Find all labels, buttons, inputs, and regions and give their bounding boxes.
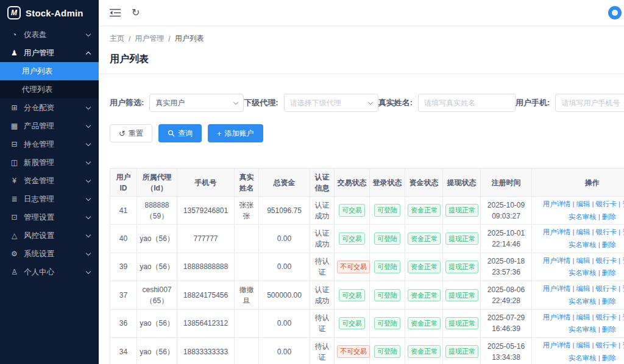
sidebar-item-product-management[interactable]: ▦产品管理 (0, 117, 99, 135)
action-user-detail[interactable]: 用户详情 (542, 313, 570, 321)
registration-time: 2025-05-1613:34:38 (481, 337, 532, 364)
sidebar-item-new-stock-management[interactable]: ◫新股管理 (0, 153, 99, 172)
phone-input[interactable] (555, 94, 624, 112)
funds-icon: ¥ (10, 177, 19, 185)
action-user-detail[interactable]: 用户详情 (542, 341, 570, 349)
sidebar-item-log-management[interactable]: ≣日志管理 (0, 190, 99, 208)
withdraw-status: 提现正常 (443, 253, 481, 281)
agent-filter-select[interactable]: 请选择下级代理 (284, 94, 378, 112)
reset-icon: ↺ (119, 130, 126, 138)
registration-time: 2025-10-0909:03:27 (481, 197, 532, 225)
sidebar-item-admin-settings[interactable]: ⊡管理设置 (0, 208, 99, 226)
phone-label: 用户手机: (516, 97, 550, 108)
row-actions: 用户详情|编辑|银行卡|资金|实名审核|删除 (532, 225, 624, 253)
action-delete[interactable]: 删除 (602, 241, 616, 248)
action-separator: | (598, 326, 600, 333)
action-real-name-review[interactable]: 实名审核 (569, 326, 597, 333)
action-user-detail[interactable]: 用户详情 (542, 228, 570, 236)
column-header: 所属代理（Id） (137, 169, 177, 197)
action-real-name-review[interactable]: 实名审核 (569, 269, 597, 276)
user-menu[interactable]: Mitrade (608, 6, 624, 19)
trade-status: 可交易 (335, 225, 370, 253)
profile-icon: ♙ (10, 268, 19, 276)
sidebar-subitem-agent-list[interactable]: 代理列表 (0, 80, 99, 99)
breadcrumb-item[interactable]: 用户管理 (135, 33, 164, 44)
action-separator: | (592, 285, 594, 292)
user-filter-select[interactable]: 真实用户 (149, 94, 244, 112)
action-edit[interactable]: 编辑 (576, 257, 590, 264)
action-edit[interactable]: 编辑 (576, 200, 590, 208)
withdraw-status-badge: 提现正常 (445, 233, 478, 245)
plus-icon: + (217, 130, 222, 138)
action-delete[interactable]: 删除 (602, 354, 616, 362)
sidebar-item-user-management[interactable]: ♟用户管理 (0, 44, 99, 62)
add-account-button[interactable]: + 添加账户 (208, 124, 263, 142)
login-status: 可登陆 (370, 253, 405, 281)
column-header: 资金状态 (405, 169, 443, 197)
sidebar-item-risk-settings[interactable]: △风控设置 (0, 226, 99, 245)
total-funds: 0.00 (259, 309, 310, 337)
action-real-name-review[interactable]: 实名审核 (569, 298, 597, 305)
action-user-detail[interactable]: 用户详情 (542, 200, 570, 208)
trade-status-badge: 可交易 (339, 289, 365, 302)
real-name: 撒撒旦 (235, 281, 259, 309)
reset-button[interactable]: ↺ 重置 (110, 124, 152, 142)
action-edit[interactable]: 编辑 (576, 341, 590, 349)
action-edit[interactable]: 编辑 (576, 285, 590, 292)
action-bank-card[interactable]: 银行卡 (595, 200, 617, 208)
sidebar-item-system-settings[interactable]: ⚙系统设置 (0, 245, 99, 263)
collapse-sidebar-icon[interactable] (110, 9, 121, 17)
real-name-input[interactable] (418, 94, 516, 112)
total-funds: 0.00 (259, 253, 310, 281)
action-delete[interactable]: 删除 (602, 269, 616, 276)
sidebar-item-allocation[interactable]: ⊞分仓配资 (0, 99, 99, 117)
action-real-name-review[interactable]: 实名审核 (569, 241, 597, 248)
row-actions: 用户详情|编辑|银行卡|资金|实名审核|删除 (532, 309, 624, 337)
login-status-badge: 可登陆 (374, 233, 400, 245)
sidebar-item-position-management[interactable]: ⊟持仓管理 (0, 135, 99, 153)
chevron-down-icon (86, 141, 91, 145)
sidebar-item-funds-management[interactable]: ¥资金管理 (0, 172, 99, 190)
real-name: 张张张 (235, 197, 259, 225)
action-user-detail[interactable]: 用户详情 (542, 285, 570, 292)
user-id: 37 (110, 281, 137, 309)
fund-status-badge: 资金正常 (408, 233, 441, 245)
action-real-name-review[interactable]: 实名审核 (569, 213, 597, 220)
action-real-name-review[interactable]: 实名审核 (569, 354, 597, 362)
sidebar-subitem-user-list[interactable]: 用户列表 (0, 62, 99, 80)
action-edit[interactable]: 编辑 (576, 228, 590, 236)
login-status-badge: 可登陆 (374, 317, 400, 330)
action-bank-card[interactable]: 银行卡 (595, 285, 617, 292)
action-bank-card[interactable]: 银行卡 (595, 341, 617, 349)
agent-filter-label: 下级代理: (244, 97, 278, 108)
sidebar-item-personal-center[interactable]: ♙个人中心 (0, 263, 99, 281)
avatar[interactable] (608, 6, 622, 19)
action-buttons: ↺ 重置 查询 + 添加账户 (110, 124, 624, 142)
action-delete[interactable]: 删除 (602, 326, 616, 333)
action-delete[interactable]: 删除 (602, 298, 616, 305)
withdraw-status: 提现正常 (443, 281, 481, 309)
query-button[interactable]: 查询 (158, 124, 202, 142)
user-id: 36 (110, 309, 137, 337)
breadcrumb-item[interactable]: 主页 (110, 33, 124, 44)
auth-info: 待认证 (310, 337, 335, 364)
fund-status-badge: 资金正常 (408, 345, 441, 358)
action-bank-card[interactable]: 银行卡 (595, 313, 617, 321)
column-header: 手机号 (177, 169, 235, 197)
action-separator: | (619, 341, 620, 349)
fund-status: 资金正常 (405, 309, 443, 337)
user-id: 40 (110, 225, 137, 253)
table-row: 36yao（56）138564123120.00待认证可交易可登陆资金正常提现正… (110, 309, 624, 337)
action-bank-card[interactable]: 银行卡 (595, 228, 617, 236)
auth-info: 待认证 (310, 309, 335, 337)
action-separator: | (598, 269, 600, 276)
withdraw-status-badge: 提现正常 (445, 317, 478, 330)
action-separator: | (572, 313, 574, 321)
action-edit[interactable]: 编辑 (576, 313, 590, 321)
action-delete[interactable]: 删除 (602, 213, 616, 220)
refresh-icon[interactable]: ↻ (132, 8, 140, 18)
action-bank-card[interactable]: 银行卡 (595, 257, 617, 264)
sidebar-item-dashboard[interactable]: ◔仪表盘 (0, 26, 99, 44)
action-user-detail[interactable]: 用户详情 (542, 257, 570, 264)
user-filter-value: 真实用户 (155, 98, 185, 108)
